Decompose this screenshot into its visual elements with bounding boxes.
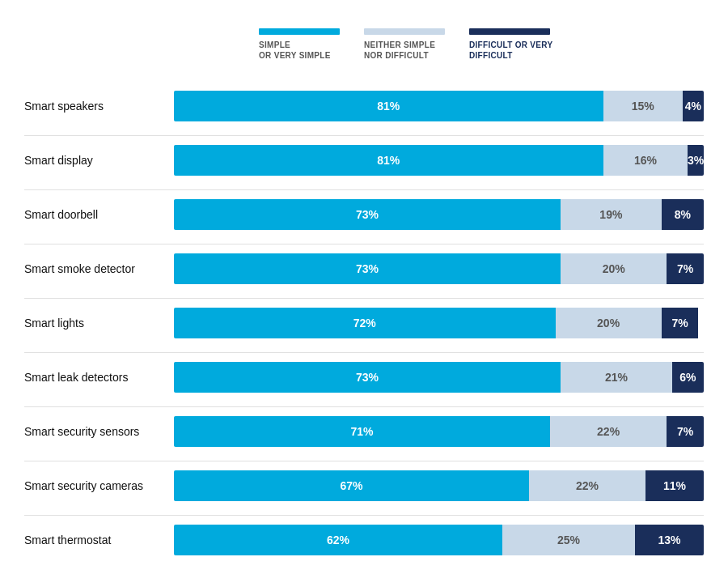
- bar-difficult: 8%: [662, 199, 704, 230]
- legend-color-simple: [259, 28, 340, 35]
- bar-neither: 15%: [603, 91, 683, 121]
- bar-container: 73%21%6%: [174, 362, 704, 393]
- bar-neither: 21%: [561, 362, 672, 393]
- chart-container: SIMPLEOR VERY SIMPLENEITHER SIMPLENOR DI…: [0, 0, 728, 574]
- legend-label-simple: SIMPLEOR VERY SIMPLE: [259, 40, 331, 61]
- bar-container: 67%22%11%: [174, 470, 704, 501]
- bar-difficult: 11%: [645, 470, 704, 501]
- row-divider: [24, 298, 704, 299]
- row-label: Smart smoke detector: [24, 262, 174, 275]
- row-divider: [24, 461, 704, 461]
- chart-title: [24, 24, 210, 47]
- row-label: Smart leak detectors: [24, 371, 174, 384]
- bar-container: 81%15%4%: [174, 91, 704, 121]
- row-divider: [24, 406, 704, 407]
- legend-color-neither: [364, 28, 445, 35]
- chart-area: Smart speakers81%15%4%Smart display81%16…: [24, 85, 704, 561]
- bar-difficult: 3%: [688, 145, 704, 176]
- legend-item-simple: SIMPLEOR VERY SIMPLE: [259, 28, 340, 61]
- bar-difficult: 4%: [683, 91, 704, 121]
- row-label: Smart speakers: [24, 100, 174, 113]
- chart-row: Smart lights72%20%7%: [24, 302, 704, 344]
- bar-neither: 16%: [603, 145, 688, 176]
- chart-row: Smart smoke detector73%20%7%: [24, 248, 704, 290]
- legend-color-difficult: [469, 28, 550, 35]
- bar-simple: 71%: [174, 416, 550, 447]
- chart-row: Smart thermostat62%25%13%: [24, 519, 704, 561]
- row-label: Smart doorbell: [24, 208, 174, 221]
- bar-difficult: 7%: [667, 416, 704, 447]
- bar-difficult: 7%: [667, 253, 704, 284]
- bar-difficult: 6%: [672, 362, 704, 393]
- row-divider: [24, 135, 704, 136]
- row-label: Smart security cameras: [24, 479, 174, 492]
- bar-simple: 73%: [174, 199, 561, 230]
- header-row: SIMPLEOR VERY SIMPLENEITHER SIMPLENOR DI…: [24, 24, 704, 61]
- bar-simple: 72%: [174, 308, 556, 338]
- row-label: Smart lights: [24, 317, 174, 330]
- bar-neither: 22%: [529, 470, 645, 501]
- bar-neither: 25%: [502, 525, 635, 555]
- bar-neither: 19%: [561, 199, 661, 230]
- bar-difficult: 13%: [635, 525, 704, 555]
- bar-simple: 81%: [174, 145, 603, 176]
- bar-neither: 20%: [556, 308, 662, 338]
- row-divider: [24, 189, 704, 190]
- bar-neither: 20%: [561, 253, 667, 284]
- chart-row: Smart leak detectors73%21%6%: [24, 356, 704, 398]
- bar-difficult: 7%: [662, 308, 699, 338]
- chart-row: Smart security cameras67%22%11%: [24, 465, 704, 507]
- row-label: Smart thermostat: [24, 534, 174, 546]
- legend-item-difficult: DIFFICULT OR VERYDIFFICULT: [469, 28, 552, 61]
- legend-label-neither: NEITHER SIMPLENOR DIFFICULT: [364, 40, 435, 61]
- bar-container: 81%16%3%: [174, 145, 704, 176]
- bar-simple: 67%: [174, 470, 529, 501]
- bar-simple: 81%: [174, 91, 603, 121]
- bar-container: 73%19%8%: [174, 199, 704, 230]
- bar-simple: 73%: [174, 253, 561, 284]
- row-label: Smart display: [24, 154, 174, 167]
- bar-simple: 62%: [174, 525, 502, 555]
- chart-row: Smart doorbell73%19%8%: [24, 193, 704, 236]
- bar-neither: 22%: [550, 416, 667, 447]
- legend-item-neither: NEITHER SIMPLENOR DIFFICULT: [364, 28, 445, 61]
- row-label: Smart security sensors: [24, 425, 174, 438]
- bar-simple: 73%: [174, 362, 561, 393]
- bar-container: 72%20%7%: [174, 308, 704, 338]
- bar-container: 71%22%7%: [174, 416, 704, 447]
- row-divider: [24, 515, 704, 516]
- bar-container: 73%20%7%: [174, 253, 704, 284]
- bar-container: 62%25%13%: [174, 525, 704, 555]
- row-divider: [24, 244, 704, 244]
- chart-row: Smart display81%16%3%: [24, 139, 704, 181]
- row-divider: [24, 352, 704, 353]
- legend: SIMPLEOR VERY SIMPLENEITHER SIMPLENOR DI…: [259, 28, 577, 61]
- chart-row: Smart speakers81%15%4%: [24, 85, 704, 127]
- chart-row: Smart security sensors71%22%7%: [24, 410, 704, 453]
- legend-label-difficult: DIFFICULT OR VERYDIFFICULT: [469, 40, 552, 61]
